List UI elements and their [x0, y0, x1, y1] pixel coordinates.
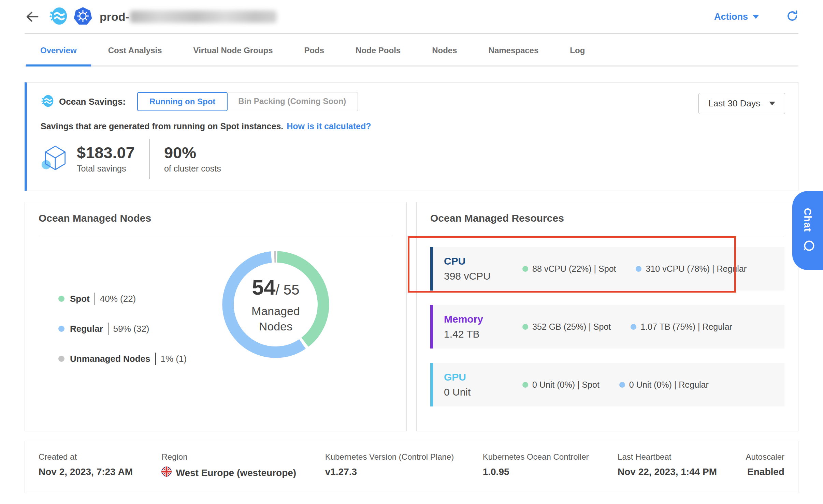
page-title: prod-: [100, 10, 277, 24]
tab-overview[interactable]: Overview: [25, 34, 92, 65]
legend-item-unmanaged[interactable]: Unmanaged Nodes 1% (1): [58, 353, 215, 365]
spot-dot: [522, 266, 528, 272]
tab-node-pools[interactable]: Node Pools: [340, 34, 416, 65]
cluster-info-footer: Created at Nov 2, 2023, 7:23 AM Region: [25, 441, 798, 493]
cluster-cost-pct-value: 90%: [164, 144, 221, 161]
tab-pods[interactable]: Pods: [288, 34, 340, 65]
chat-label: Chat: [802, 208, 813, 232]
legend-item-regular[interactable]: Regular 59% (32): [58, 323, 215, 335]
spot-dot: [58, 296, 64, 302]
kubernetes-icon: [73, 6, 93, 27]
unmanaged-dot: [58, 356, 64, 362]
ocean-wave-icon: [48, 6, 68, 27]
spot-stat: 352 GB (25%) | Spot: [522, 322, 611, 332]
spot-dot: [522, 382, 528, 388]
total-savings-label: Total savings: [77, 164, 135, 174]
cluster-cost-pct-label: of cluster costs: [164, 164, 221, 174]
resource-row-memory: Memory 1.42 TB 352 GB (25%) | Spot 1.07 …: [430, 305, 784, 349]
uk-flag-icon: [161, 466, 172, 479]
how-is-it-calculated-link[interactable]: How is it calculated?: [287, 121, 371, 131]
regular-dot: [636, 266, 641, 272]
redacted-cluster-name: [130, 11, 277, 23]
tab-cost-analysis[interactable]: Cost Analysis: [92, 34, 178, 65]
card-title: Ocean Managed Resources: [430, 212, 784, 224]
resource-total: 0 Unit: [444, 386, 522, 398]
spot-stat: 0 Unit (0%) | Spot: [522, 380, 600, 390]
divider: [108, 323, 109, 335]
ocean-managed-resources-card: Ocean Managed Resources CPU 398 vCPU 88 …: [416, 202, 798, 431]
tab-log[interactable]: Log: [554, 34, 601, 65]
refresh-icon[interactable]: [786, 10, 798, 24]
divider: [155, 353, 156, 365]
actions-menu-button[interactable]: Actions: [714, 12, 759, 22]
donut-center-label: Managed Nodes: [251, 303, 300, 333]
status-badge: Enabled: [746, 466, 784, 477]
regular-dot: [631, 324, 636, 330]
period-dropdown[interactable]: Last 30 Days: [698, 93, 785, 114]
savings-view-toggle: Running on Spot Bin Packing (Coming Soon…: [137, 92, 358, 111]
card-title: Ocean Managed Nodes: [39, 212, 393, 224]
chevron-down-icon: [753, 15, 759, 19]
resource-total: 398 vCPU: [444, 270, 522, 282]
last-heartbeat: Last Heartbeat Nov 22, 2023, 1:44 PM: [618, 452, 717, 479]
managed-nodes-donut-chart: 54/ 55 Managed Nodes: [215, 244, 336, 365]
tab-virtual-node-groups[interactable]: Virtual Node Groups: [178, 34, 289, 65]
total-nodes-count: / 55: [275, 282, 299, 298]
regular-stat: 1.07 TB (75%) | Regular: [631, 322, 732, 332]
tab-namespaces[interactable]: Namespaces: [473, 34, 554, 65]
total-savings-value: $183.07: [77, 144, 135, 161]
spot-stat: 88 vCPU (22%) | Spot: [522, 264, 616, 274]
spot-dot: [522, 324, 528, 330]
ocean-wave-icon: [41, 94, 54, 109]
ocean-managed-nodes-card: Ocean Managed Nodes Spot 40% (22) Regula…: [25, 202, 407, 431]
resource-row-gpu: GPU 0 Unit 0 Unit (0%) | Spot 0 Unit (0%…: [430, 363, 784, 406]
regular-stat: 310 vCPU (78%) | Regular: [636, 264, 747, 274]
regular-stat: 0 Unit (0%) | Regular: [619, 380, 709, 390]
legend-item-spot[interactable]: Spot 40% (22): [58, 293, 215, 305]
ocean-controller-version: Kubernetes Ocean Controller 1.0.95: [483, 452, 589, 479]
divider: [149, 139, 150, 179]
donut-legend: Spot 40% (22) Regular 59% (32) Unmanaged…: [58, 293, 215, 383]
created-at: Created at Nov 2, 2023, 7:23 AM: [39, 452, 133, 479]
cube-icon: [41, 144, 70, 174]
autoscaler-status: Autoscaler Enabled: [746, 452, 784, 479]
tab-nodes[interactable]: Nodes: [416, 34, 473, 65]
regular-dot: [58, 326, 64, 332]
kubernetes-version: Kubernetes Version (Control Plane) v1.27…: [325, 452, 454, 479]
ocean-savings-card: Ocean Savings: Running on Spot Bin Packi…: [25, 82, 798, 191]
regular-dot: [619, 382, 625, 388]
region: Region West Europe (westeurope): [161, 452, 296, 479]
running-on-spot-toggle[interactable]: Running on Spot: [137, 92, 228, 111]
chat-button[interactable]: Chat: [792, 191, 823, 270]
back-arrow-icon[interactable]: [25, 9, 40, 24]
divider: [95, 293, 95, 305]
divider: [430, 235, 784, 235]
savings-description: Savings that are generated from running …: [41, 121, 784, 131]
bin-packing-toggle[interactable]: Bin Packing (Coming Soon): [227, 92, 358, 111]
ocean-savings-label: Ocean Savings:: [59, 97, 126, 107]
chat-bubble-icon: [800, 239, 815, 253]
tab-bar: Overview Cost Analysis Virtual Node Grou…: [25, 34, 798, 66]
managed-nodes-count: 54: [252, 276, 275, 299]
resource-row-cpu: CPU 398 vCPU 88 vCPU (22%) | Spot 310 vC…: [430, 247, 784, 291]
chevron-down-icon: [769, 102, 775, 105]
resource-total: 1.42 TB: [444, 328, 522, 340]
cluster-header: prod- Actions: [25, 0, 798, 34]
